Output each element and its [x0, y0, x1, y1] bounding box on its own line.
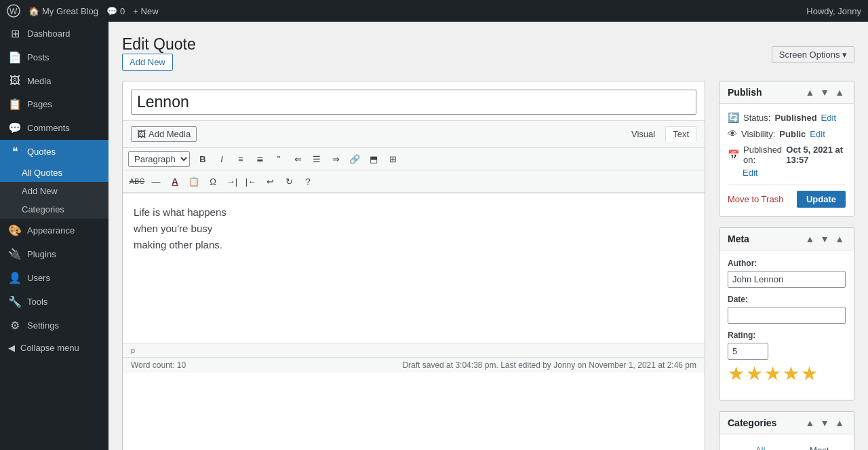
meta-box-up-btn[interactable]: ▲: [804, 233, 816, 244]
categories-box-close-btn[interactable]: ▲: [833, 417, 846, 428]
published-on-row: 📅 Published on: Oct 5, 2021 at 13:57: [728, 145, 846, 165]
sidebar-item-comments[interactable]: 💬 Comments: [0, 116, 108, 140]
publish-box-title: Publish: [728, 87, 762, 98]
align-left-button[interactable]: ⇐: [289, 151, 307, 167]
editor-content-area[interactable]: Life is what happenswhen you're busymaki…: [123, 193, 705, 343]
editor-wrap: 🖼 Add Media Visual Text Paragraph Headin…: [122, 81, 854, 450]
toolbar-toggle-button[interactable]: ⊞: [384, 151, 401, 167]
visibility-label: Visibility:: [741, 129, 775, 139]
bold-button[interactable]: B: [194, 151, 212, 167]
categories-box-up-btn[interactable]: ▲: [804, 417, 816, 428]
sidebar-item-plugins[interactable]: 🔌 Plugins: [0, 242, 108, 266]
date-input[interactable]: [728, 307, 846, 324]
tab-visual[interactable]: Visual: [624, 126, 663, 142]
meta-box-controls: ▲ ▼ ▲: [804, 233, 846, 244]
move-to-trash-link[interactable]: Move to Trash: [728, 194, 783, 204]
publish-box-controls: ▲ ▼ ▲: [804, 87, 846, 98]
paragraph-select[interactable]: Paragraph Heading 1 Heading 2 Heading 3: [128, 151, 190, 167]
rating-input[interactable]: [728, 343, 768, 360]
indent-button[interactable]: →|: [223, 173, 241, 189]
sidebar-item-label: Pages: [27, 99, 52, 109]
editor-tabs: Visual Text: [624, 126, 696, 142]
word-count-row: Word count: 10 Draft saved at 3:04:38 pm…: [123, 357, 705, 373]
sidebar-item-label: Quotes: [27, 147, 56, 157]
submenu-add-new[interactable]: Add New: [0, 182, 108, 200]
publish-box-down-btn[interactable]: ▼: [818, 87, 831, 98]
categories-box-title: Categories: [728, 417, 776, 428]
publish-box-close-btn[interactable]: ▲: [833, 87, 846, 98]
meta-box-down-btn[interactable]: ▼: [818, 233, 831, 244]
sidebar-item-appearance[interactable]: 🎨 Appearance: [0, 219, 108, 242]
link-button[interactable]: 🔗: [346, 151, 363, 167]
redo-button[interactable]: ↻: [280, 173, 298, 189]
sidebar-item-label: Appearance: [27, 225, 75, 236]
ordered-list-button[interactable]: ≣: [251, 151, 269, 167]
add-media-icon: 🖼: [137, 129, 146, 139]
add-new-button[interactable]: Add New: [122, 54, 173, 71]
main-content: Edit Quote Add New Screen Options ▾ 🖼: [108, 22, 868, 450]
italic-button[interactable]: I: [213, 151, 231, 167]
wp-logo-item[interactable]: W: [7, 4, 20, 18]
undo-button[interactable]: ↩: [261, 173, 279, 189]
insert-more-button[interactable]: ⬒: [365, 151, 382, 167]
status-edit-link[interactable]: Edit: [821, 113, 836, 123]
sidebar-item-label: Settings: [27, 320, 59, 331]
author-input[interactable]: [728, 271, 846, 288]
status-icon: 🔄: [728, 112, 739, 123]
rating-label: Rating:: [728, 331, 846, 340]
blockquote-button[interactable]: ": [270, 151, 288, 167]
post-title-input[interactable]: [131, 90, 696, 115]
new-item[interactable]: + New: [133, 6, 158, 16]
strikethrough-button[interactable]: ABC: [128, 173, 146, 189]
horizontal-rule-button[interactable]: —: [147, 173, 165, 189]
add-media-button[interactable]: 🖼 Add Media: [131, 126, 197, 142]
publish-box: Publish ▲ ▼ ▲ 🔄 Status: Published Edit: [719, 81, 854, 217]
meta-box-body: Author: Date: Rating: ★★★★★: [719, 250, 854, 400]
draft-status: Draft saved at 3:04:38 pm. Last edited b…: [402, 360, 696, 370]
screen-options-button[interactable]: Screen Options ▾: [772, 46, 854, 63]
published-on-edit-link[interactable]: Edit: [743, 168, 757, 178]
update-button[interactable]: Update: [797, 191, 846, 208]
right-sidebar: Publish ▲ ▼ ▲ 🔄 Status: Published Edit: [719, 81, 854, 450]
tab-most-used[interactable]: Most Used: [793, 443, 846, 450]
align-center-button[interactable]: ☰: [308, 151, 326, 167]
tab-all-categories[interactable]: All Categories: [728, 443, 793, 450]
meta-box-close-btn[interactable]: ▲: [833, 233, 846, 244]
sidebar-item-settings[interactable]: ⚙ Settings: [0, 314, 108, 337]
calendar-icon: 📅: [728, 149, 739, 160]
submenu-all-quotes[interactable]: All Quotes: [0, 164, 108, 182]
publish-actions: Move to Trash Update: [728, 185, 846, 208]
sidebar-item-media[interactable]: 🖼 Media: [0, 69, 108, 92]
sidebar-item-pages[interactable]: 📋 Pages: [0, 92, 108, 116]
sidebar-item-tools[interactable]: 🔧 Tools: [0, 290, 108, 314]
users-icon: 👤: [8, 271, 22, 284]
publish-box-up-btn[interactable]: ▲: [804, 87, 816, 98]
special-char-button[interactable]: Ω: [204, 173, 222, 189]
sidebar-item-users[interactable]: 👤 Users: [0, 266, 108, 290]
sidebar-item-dashboard[interactable]: ⊞ Dashboard: [0, 22, 108, 45]
site-name-item[interactable]: 🏠 My Great Blog: [28, 6, 98, 16]
align-right-button[interactable]: ⇒: [327, 151, 344, 167]
wp-logo-icon: W: [7, 4, 20, 18]
text-color-button[interactable]: A: [166, 173, 184, 189]
sidebar-item-label: Tools: [27, 297, 47, 307]
tab-text[interactable]: Text: [665, 126, 696, 142]
submenu-categories[interactable]: Categories: [0, 200, 108, 219]
comments-count: 0: [120, 6, 125, 16]
page-heading-row: Edit Quote Add New Screen Options ▾: [122, 35, 854, 71]
visibility-edit-link[interactable]: Edit: [810, 129, 825, 139]
categories-box-down-btn[interactable]: ▼: [818, 417, 831, 428]
sidebar-item-posts[interactable]: 📄 Posts: [0, 45, 108, 69]
comments-item[interactable]: 💬 0: [106, 6, 125, 16]
unordered-list-button[interactable]: ≡: [232, 151, 250, 167]
paste-text-button[interactable]: 📋: [185, 173, 203, 189]
quotes-icon: ❝: [8, 145, 22, 158]
author-field: Author:: [728, 259, 846, 288]
outdent-button[interactable]: |←: [242, 173, 260, 189]
page-title: Edit Quote: [122, 35, 196, 54]
sidebar-item-quotes[interactable]: ❝ Quotes: [0, 140, 108, 164]
collapse-menu-btn[interactable]: ◀ Collapse menu: [0, 337, 108, 358]
rating-field: Rating: ★★★★★: [728, 331, 846, 385]
status-label: Status:: [743, 113, 770, 123]
help-button[interactable]: ?: [299, 173, 317, 189]
